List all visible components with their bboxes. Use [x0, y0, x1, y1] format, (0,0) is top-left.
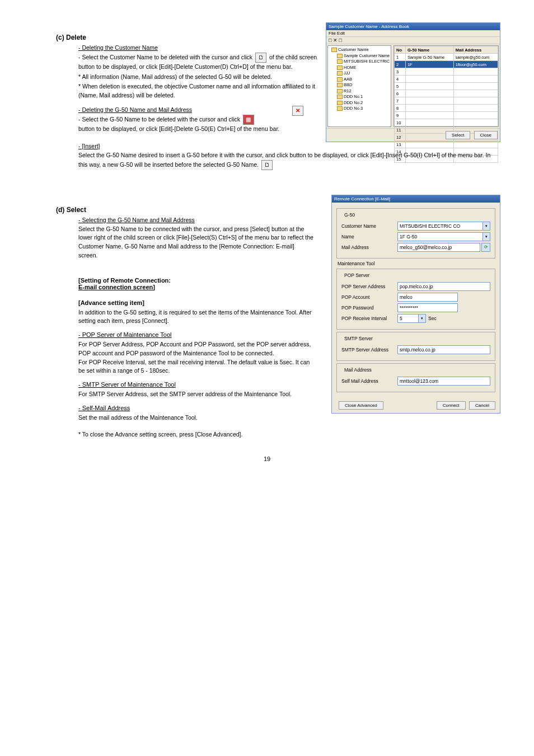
remote-connection-dialog: Remote Connection [E-Mail] G-50 Customer…: [331, 195, 500, 414]
table-row: 3: [395, 68, 498, 76]
g50-grid[interactable]: No G-50 Name Mail Address 1 Sample G-50 …: [394, 45, 499, 127]
folder-icon: [331, 48, 337, 52]
advance-text: In addition to the G-50 setting, it is r…: [78, 308, 313, 326]
label: Name: [341, 234, 397, 240]
col-mail: Mail Address: [453, 46, 498, 54]
pop-interval-select[interactable]: 5: [397, 314, 419, 323]
pop-server-input[interactable]: pop.melco.co.jp: [397, 282, 490, 291]
sub-delete-customer: - Deleting the Customer Name: [78, 44, 158, 51]
sub-insert: - [Insert]: [78, 143, 100, 149]
cancel-button[interactable]: Cancel: [469, 401, 495, 410]
chevron-down-icon[interactable]: ▾: [483, 232, 490, 241]
smtp-fieldset: SMTP Server SMTP Server Address smtp.mel…: [336, 332, 495, 361]
label: Self Mail Address: [341, 378, 397, 384]
bracket-heading: [Setting of Remote Connection:: [78, 277, 171, 284]
dialog-title: Remote Connection [E-Mail]: [332, 195, 500, 203]
pop-text: For POP Server Address, POP Account and …: [78, 340, 313, 375]
window-title: Sample Customer Name - Address Book: [326, 23, 500, 30]
pop-account-input[interactable]: melco: [397, 293, 458, 302]
item-text: - Select the G-50 Name to be deleted wit…: [78, 115, 240, 122]
col-no: No: [395, 46, 406, 54]
select-text: Select the G-50 Name to be connected wit…: [78, 226, 313, 259]
label: Customer Name: [341, 223, 397, 229]
select-button[interactable]: Select: [446, 131, 470, 139]
item-text: of the child screen: [269, 54, 317, 60]
tree-item: HOME: [329, 65, 390, 71]
name-select[interactable]: 1F G-50: [397, 232, 483, 241]
tree-item: DDD No.1: [329, 94, 390, 100]
table-row: 13: [395, 141, 498, 148]
underline-heading: E-mail connection screen]: [78, 284, 155, 290]
table-row: 9: [395, 112, 498, 119]
tree-root: Customer Name: [329, 47, 390, 53]
folder-icon: [337, 89, 343, 93]
tree-item: R12: [329, 88, 390, 95]
item-text: button to be displayed, or click [Edit]-…: [78, 63, 293, 70]
folder-icon: [337, 71, 343, 76]
close-advanced-button[interactable]: Close Advanced: [339, 401, 383, 410]
pop-password-input[interactable]: **********: [397, 303, 458, 312]
customer-name-select[interactable]: MITSUBISHI ELECTRIC CO: [397, 222, 483, 231]
table-row: 4: [395, 76, 498, 83]
table-row-selected: 2 1F 1floor@g50.com: [395, 61, 498, 68]
delete-x-icon[interactable]: ✕: [292, 106, 303, 116]
tree-item: BBD: [329, 82, 390, 88]
chevron-down-icon[interactable]: ▾: [483, 222, 490, 231]
label: SMTP Server Address: [341, 347, 397, 353]
mt-label: Maintenance Tool: [338, 261, 494, 266]
item-text: - Select the Customer Name to be deleted…: [78, 54, 252, 60]
sec-label: Sec: [428, 316, 437, 321]
tree-item: MITSUBISHI ELECTRIC CO: [329, 59, 390, 65]
label: POP Receive Interval: [341, 316, 397, 321]
self-mail-input[interactable]: mnttool@123.com: [397, 377, 490, 386]
table-row: 5: [395, 83, 498, 90]
col-name: G-50 Name: [405, 46, 453, 54]
folder-icon: [337, 65, 343, 70]
address-book-window: Sample Customer Name - Address Book File…: [326, 22, 500, 142]
insert-text: Select the G-50 Name desired to insert a…: [78, 152, 490, 168]
tree-item: JJJ: [329, 71, 390, 77]
customer-tree[interactable]: Customer Name Sample Customer Name MITSU…: [327, 45, 391, 127]
menu-bar[interactable]: File Edit: [326, 30, 500, 37]
tree-item: DDD No.2: [329, 100, 390, 106]
g50-fieldset: G-50 Customer Name MITSUBISHI ELECTRIC C…: [336, 208, 495, 259]
chevron-down-icon[interactable]: ▾: [419, 314, 426, 323]
pop-fieldset: POP Server POP Server Address pop.melco.…: [336, 269, 495, 330]
sub-delete-g50: - Deleting the G-50 Name and Mail Addres…: [78, 106, 192, 113]
smtp-server-input[interactable]: smtp.melco.co.jp: [397, 345, 490, 354]
mail-address-input[interactable]: melco_g50@melco.co.jp: [397, 243, 480, 252]
tree-item: DDD No.3: [329, 106, 390, 112]
connect-button[interactable]: Connect: [437, 401, 466, 410]
refresh-icon[interactable]: ⟳: [481, 243, 490, 252]
close-button[interactable]: Close: [474, 131, 498, 139]
delete-icon[interactable]: ▦: [243, 115, 254, 125]
toolbar-icons[interactable]: □ ✕ □: [329, 37, 342, 43]
new-file-icon[interactable]: 🗋: [255, 53, 266, 63]
page-number: 19: [34, 456, 500, 462]
folder-icon: [337, 54, 343, 58]
folder-icon: [337, 77, 343, 82]
table-row: 10: [395, 119, 498, 126]
sub-select-g50: - Selecting the G-50 Name and Mail Addre…: [78, 217, 195, 223]
mail-text: Set the mail address of the Maintenance …: [78, 414, 500, 422]
label: POP Password: [341, 305, 397, 311]
label: POP Account: [341, 294, 397, 300]
new-file-icon[interactable]: 🗋: [261, 160, 273, 170]
smtp-text: For SMTP Server Address, set the SMTP se…: [78, 390, 313, 399]
label: POP Server Address: [341, 284, 397, 289]
table-row: 1 Sample G-50 Name sample@g50.com: [395, 54, 498, 61]
tree-item: Sample Customer Name: [329, 53, 390, 59]
table-row: 7: [395, 97, 498, 105]
tree-item: AAB: [329, 77, 390, 83]
item-text: button to be displayed, or click [Edit]-…: [78, 125, 279, 132]
table-row: 6: [395, 90, 498, 97]
table-row: 8: [395, 105, 498, 112]
folder-icon: [337, 83, 343, 87]
close-note: * To close the Advance setting screen, p…: [78, 430, 500, 439]
folder-icon: [337, 106, 343, 111]
mail-fieldset: Mail Address Self Mail Address mnttool@1…: [336, 363, 495, 392]
folder-icon: [337, 101, 343, 105]
folder-icon: [337, 95, 343, 99]
toolbar[interactable]: □ ✕ □: [326, 37, 500, 44]
folder-icon: [337, 59, 343, 64]
